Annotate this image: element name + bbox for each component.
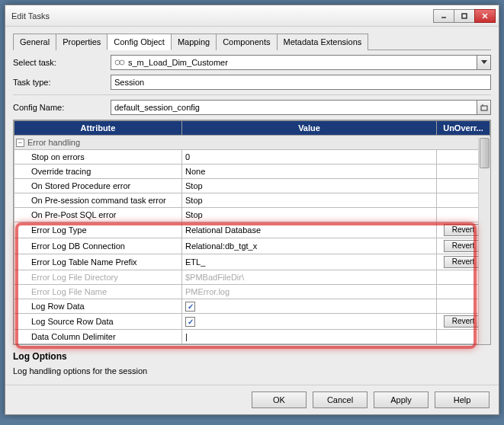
revert-button[interactable]: Revert [444, 224, 483, 236]
table-row: Error Log DB ConnectionRelational:db_tgt… [14, 238, 490, 254]
attr-cell: On Pre-session command task error [14, 193, 182, 208]
close-button[interactable] [474, 9, 496, 23]
help-button[interactable]: Help [435, 391, 490, 408]
svg-rect-1 [462, 14, 467, 18]
checkbox[interactable] [185, 302, 195, 312]
svg-point-4 [115, 60, 120, 65]
attr-cell: Error Log DB Connection [14, 238, 182, 254]
apply-button[interactable]: Apply [374, 391, 429, 408]
tab-properties[interactable]: Properties [56, 34, 108, 50]
config-name-input[interactable]: default_session_config [111, 100, 477, 115]
attr-cell: Log Row Data [14, 299, 182, 314]
table-row: Override tracingNone [14, 165, 490, 179]
table-row: On Pre-session command task errorStop [14, 193, 490, 208]
value-cell[interactable]: Stop [182, 193, 437, 208]
tab-config-object[interactable]: Config Object [107, 34, 172, 50]
value-cell[interactable] [182, 314, 437, 330]
tab-bar: GeneralPropertiesConfig ObjectMappingCom… [13, 33, 491, 50]
collapse-icon[interactable]: − [16, 139, 24, 147]
task-type-input: Session [111, 75, 491, 90]
cancel-button[interactable]: Cancel [313, 391, 368, 408]
revert-button[interactable]: Revert [444, 315, 483, 328]
maximize-button[interactable] [454, 9, 475, 23]
svg-rect-7 [481, 106, 487, 110]
select-task-value: s_m_Load_Dim_Customer [128, 58, 228, 67]
attr-cell: On Stored Procedure error [14, 179, 182, 193]
scrollbar-thumb[interactable] [480, 138, 490, 168]
minimize-button[interactable] [433, 9, 454, 23]
session-icon [114, 57, 125, 68]
value-cell[interactable]: Relational Database [182, 222, 437, 238]
log-options-desc: Log handling options for the session [13, 366, 491, 375]
log-options-panel: Log Options Log handling options for the… [13, 348, 491, 379]
value-cell[interactable]: None [182, 165, 437, 179]
task-type-label: Task type: [13, 78, 111, 87]
tab-mapping[interactable]: Mapping [171, 34, 217, 50]
tab-components[interactable]: Components [216, 34, 277, 50]
col-value[interactable]: Value [182, 121, 437, 136]
attr-cell: Error Log Type [14, 222, 182, 238]
tab-general[interactable]: General [13, 34, 56, 50]
table-row: On Stored Procedure errorStop [14, 179, 490, 193]
vertical-scrollbar[interactable] [478, 137, 490, 344]
table-row: Error Log Table Name PrefixETL_Revert [14, 254, 490, 270]
table-row: Log Row Data [14, 299, 490, 314]
table-row: Log Source Row DataRevert [14, 314, 490, 330]
value-cell[interactable]: Relational:db_tgt_x [182, 238, 437, 254]
tab-metadata-extensions[interactable]: Metadata Extensions [277, 34, 369, 50]
table-row: On Pre-Post SQL errorStop [14, 208, 490, 222]
value-cell: $PMBadFileDir\ [182, 270, 437, 285]
value-cell[interactable]: ETL_ [182, 254, 437, 270]
value-cell[interactable]: | [182, 330, 437, 344]
browse-icon [480, 104, 488, 111]
revert-button[interactable]: Revert [444, 256, 483, 268]
attr-cell: Data Column Delimiter [14, 330, 182, 344]
window-controls [434, 9, 496, 23]
attr-cell: Override tracing [14, 165, 182, 179]
attributes-table-container: Attribute Value UnOverr... −Error handli… [13, 120, 491, 345]
col-unoverr[interactable]: UnOverr... [437, 121, 490, 136]
value-cell[interactable]: Stop [182, 208, 437, 222]
group-error-handling[interactable]: −Error handling [14, 136, 490, 150]
titlebar: Edit Tasks [5, 5, 499, 27]
attr-cell: Error Log File Name [14, 285, 182, 299]
svg-marker-6 [481, 60, 487, 64]
task-type-value: Session [114, 78, 144, 87]
attr-cell: Error Log Table Name Prefix [14, 254, 182, 270]
table-row: Error Log File NamePMError.log [14, 285, 490, 299]
config-name-label: Config Name: [13, 103, 111, 112]
select-task-dropdown-button[interactable] [477, 55, 491, 70]
select-task-label: Select task: [13, 58, 111, 67]
checkbox[interactable] [185, 317, 195, 327]
svg-point-5 [120, 60, 124, 65]
config-name-value: default_session_config [114, 103, 200, 112]
ok-button[interactable]: OK [252, 391, 307, 408]
value-cell[interactable]: 0 [182, 150, 437, 165]
attributes-table: Attribute Value UnOverr... −Error handli… [14, 120, 490, 344]
chevron-down-icon [481, 60, 487, 65]
value-cell[interactable] [182, 299, 437, 314]
dialog-footer: OK Cancel Apply Help [5, 385, 499, 414]
col-attribute[interactable]: Attribute [14, 121, 182, 136]
config-name-browse-button[interactable] [477, 100, 491, 115]
table-row: Error Log File Directory$PMBadFileDir\ [14, 270, 490, 285]
table-row: Stop on errors0 [14, 150, 490, 165]
select-task-input[interactable]: s_m_Load_Dim_Customer [111, 55, 477, 70]
attr-cell: On Pre-Post SQL error [14, 208, 182, 222]
window-title: Edit Tasks [11, 11, 434, 21]
edit-tasks-window: Edit Tasks GeneralPropertiesConfig Objec… [5, 5, 499, 415]
table-row: Error Log TypeRelational DatabaseRevert [14, 222, 490, 238]
value-cell: PMError.log [182, 285, 437, 299]
attr-cell: Error Log File Directory [14, 270, 182, 285]
revert-button[interactable]: Revert [444, 240, 483, 252]
attr-cell: Stop on errors [14, 150, 182, 165]
log-options-title: Log Options [13, 351, 491, 362]
attr-cell: Log Source Row Data [14, 314, 182, 330]
table-row: Data Column Delimiter| [14, 330, 490, 344]
value-cell[interactable]: Stop [182, 179, 437, 193]
